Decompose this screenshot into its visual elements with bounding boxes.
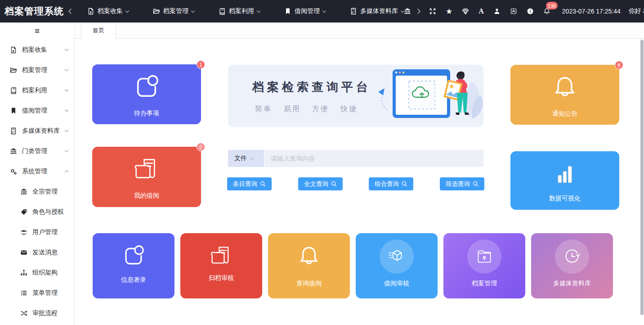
search-icon (402, 181, 407, 187)
menu-borrow-manage[interactable]: 借阅管理 (284, 7, 326, 15)
bookmark-icon (284, 8, 291, 15)
translate-icon[interactable] (510, 8, 517, 15)
info-icon[interactable] (527, 8, 534, 15)
badge-count: 6 (615, 61, 623, 69)
card-info-entry[interactable]: 信息著录 (93, 233, 174, 298)
tag-icon (20, 208, 27, 216)
hamburger-icon[interactable]: ≡ (0, 23, 74, 40)
search-icon (473, 181, 479, 187)
card-data-visualization[interactable]: 数据可视化 (510, 151, 619, 210)
shuffle-icon (20, 310, 27, 317)
banner-illustration (351, 64, 486, 141)
sidebar-item-category-manage[interactable]: 门类管理 (0, 141, 74, 161)
folder-document-icon (132, 155, 161, 184)
scrollbar-thumb[interactable] (640, 40, 644, 315)
sidebar-item-label: 档案收集 (22, 46, 47, 54)
search-banner: 档案检索查询平台 简单 易用 方便 快捷 (228, 65, 483, 127)
sidebar-subitem-menu-manage[interactable]: 菜单管理 (0, 283, 74, 303)
card-multimedia-library[interactable]: 多媒体资料库 (531, 233, 613, 298)
gears-icon (10, 168, 17, 175)
chevron-down-icon (65, 88, 68, 91)
sidebar-item-label: 档案管理 (22, 66, 47, 74)
card-archive-manage[interactable]: 档案管理 (443, 233, 525, 298)
font-size-icon[interactable]: A (479, 7, 484, 15)
user-greeting: 你好 杨标 (629, 7, 644, 15)
sidebar-item-label: 审批流程 (32, 309, 58, 317)
menu-archive-manage[interactable]: 档案管理 (153, 7, 194, 15)
chevron-right-icon[interactable] (416, 9, 420, 13)
scrollbar[interactable] (640, 39, 644, 325)
card-query-borrow[interactable]: 查询借阅 (268, 233, 350, 298)
card-archive-review[interactable]: 归档审核 (180, 233, 262, 298)
sidebar-subitem-send-message[interactable]: 发送消息 (0, 242, 74, 262)
folder-open-icon (153, 8, 160, 15)
sidebar-item-borrow-manage[interactable]: 借阅管理 (0, 100, 74, 121)
icon-circle (555, 239, 589, 274)
sidebar-item-label: 组织架构 (32, 269, 58, 277)
media-file-icon (350, 8, 357, 15)
card-label: 待办事项 (92, 109, 201, 117)
menu-label: 多媒体资料库 (360, 7, 398, 15)
menu-archive-use[interactable]: 档案利用 (219, 7, 260, 15)
card-todo[interactable]: 待办事项 1 (92, 64, 201, 124)
banner-subtitle: 简单 易用 方便 快捷 (255, 104, 358, 114)
tab-home[interactable]: 首页 (81, 23, 116, 39)
sidebar-item-archive-use[interactable]: 档案利用 (0, 80, 74, 100)
datetime: 2023-07-26 17:25:44 (562, 8, 621, 15)
sidebar-item-label: 系统管理 (22, 167, 47, 176)
menu-archive-collect[interactable]: 档案收集 (87, 7, 129, 15)
folder-lock-icon (475, 247, 494, 266)
bell-icon[interactable]: 136 (543, 8, 550, 15)
combined-query-button[interactable]: 组合查询 (369, 177, 413, 190)
search-input[interactable] (264, 150, 483, 167)
sidebar-item-label: 发送消息 (32, 248, 58, 257)
card-label: 我的借阅 (92, 192, 201, 200)
chevron-down-icon (65, 68, 68, 71)
sidebar-item-label: 菜单管理 (32, 289, 58, 297)
fullscreen-icon[interactable] (429, 8, 436, 15)
app-title: 档案管理系统 (0, 5, 64, 18)
entry-query-button[interactable]: 条目查询 (227, 177, 272, 190)
card-label: 多媒体资料库 (531, 280, 613, 288)
bar-chart-icon (551, 160, 578, 188)
card-my-borrow[interactable]: 我的借阅 0 (92, 147, 201, 207)
button-label: 条目查询 (233, 180, 257, 188)
search-category-select[interactable]: 文件 (228, 150, 264, 167)
sidebar-item-multimedia[interactable]: 多媒体资料库 (0, 121, 74, 141)
menu-label: 借阅管理 (295, 7, 320, 15)
star-icon[interactable]: ★ (446, 8, 452, 15)
filter-query-button[interactable]: 筛选查询 (440, 177, 484, 190)
menu-label: 档案管理 (163, 7, 188, 15)
card-notice[interactable]: 通知公告 6 (510, 65, 619, 125)
sidebar-subitem-user-manage[interactable]: 用户管理 (0, 222, 74, 242)
gem-icon[interactable] (462, 8, 469, 15)
sitemap-icon (20, 269, 27, 276)
sidebar-item-system-manage[interactable]: 系统管理 (0, 161, 74, 181)
user-icon[interactable] (493, 8, 501, 15)
chevron-left-icon[interactable] (69, 9, 73, 13)
button-label: 组合查询 (375, 180, 399, 188)
search-icon (331, 181, 337, 187)
badge-count: 0 (197, 143, 205, 151)
menu-multimedia[interactable]: 多媒体资料库 (350, 7, 404, 15)
book-icon (219, 8, 226, 15)
fulltext-query-button[interactable]: 全文查询 (298, 177, 343, 190)
folder-open-icon (10, 67, 17, 74)
sidebar-subitem-org-structure[interactable]: 组织架构 (0, 262, 74, 283)
card-borrow-review[interactable]: 借阅审核 (356, 233, 438, 298)
book-icon (10, 87, 17, 94)
sidebar-item-archive-manage[interactable]: 档案管理 (0, 60, 74, 80)
sidebar-subitem-fonds-manage[interactable]: 全宗管理 (0, 181, 74, 202)
chevron-down-icon (191, 9, 195, 12)
bank-icon[interactable] (404, 8, 411, 15)
sidebar-item-archive-collect[interactable]: 档案收集 (0, 40, 74, 60)
sidebar-item-label: 全宗管理 (32, 188, 58, 196)
sidebar-subitem-approval-flow[interactable]: 审批流程 (0, 303, 74, 323)
icon-circle (380, 239, 414, 274)
sidebar-subitem-roles-auth[interactable]: 角色与授权 (0, 202, 74, 222)
button-label: 全文查询 (304, 180, 328, 188)
card-label: 数据可视化 (510, 194, 619, 203)
card-label: 借阅审核 (356, 280, 438, 288)
media-file-icon (10, 127, 17, 135)
tab-bar: 首页 (75, 23, 644, 39)
